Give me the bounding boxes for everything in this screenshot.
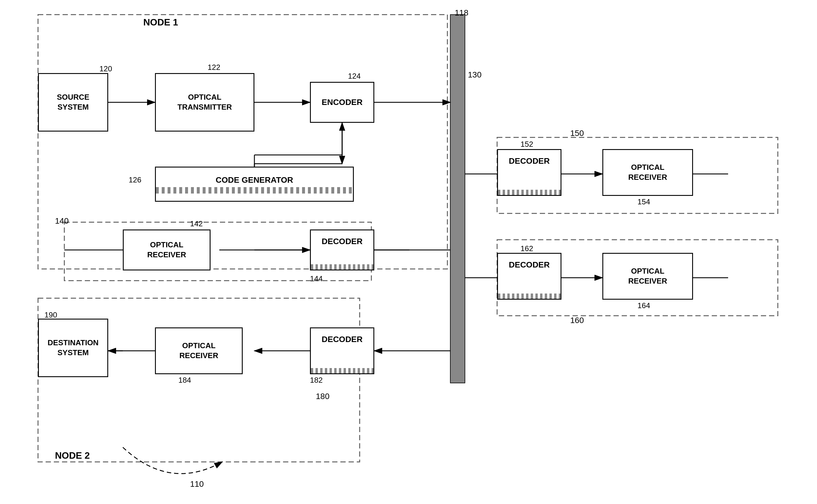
svg-rect-2 xyxy=(38,15,447,269)
decoder-hatch-3 xyxy=(498,190,561,195)
ref-152: 152 xyxy=(520,140,533,149)
code-generator-box: CODE GENERATOR xyxy=(155,167,354,202)
decoder-152-box: DECODER xyxy=(497,149,561,196)
ref-110: 110 xyxy=(190,479,204,489)
destination-system-box: DESTINATION SYSTEM xyxy=(38,319,108,377)
decoder-node2-box: DECODER xyxy=(310,327,374,374)
decoder-node1-box: DECODER xyxy=(310,229,374,270)
ref-180: 180 xyxy=(316,392,330,401)
ref-162: 162 xyxy=(520,244,533,253)
ref-118: 118 xyxy=(455,8,468,18)
ref-124: 124 xyxy=(348,72,361,81)
ref-142: 142 xyxy=(190,219,203,228)
ref-164: 164 xyxy=(637,301,650,310)
ref-190: 190 xyxy=(44,310,57,320)
ref-182: 182 xyxy=(310,376,323,385)
code-gen-hatch xyxy=(156,187,353,194)
ref-184: 184 xyxy=(178,376,191,385)
ref-144: 144 xyxy=(310,274,323,283)
optical-receiver-164-box: OPTICAL RECEIVER xyxy=(602,253,693,300)
optical-receiver-node1-box: OPTICAL RECEIVER xyxy=(123,229,211,270)
ref-150: 150 xyxy=(570,129,584,138)
diagram: SOURCE SYSTEM 120 OPTICAL TRANSMITTER 12… xyxy=(0,0,817,504)
ref-120: 120 xyxy=(99,64,112,73)
decoder-162-box: DECODER xyxy=(497,253,561,300)
ref-154: 154 xyxy=(637,197,650,206)
source-system-box: SOURCE SYSTEM xyxy=(38,73,108,132)
ref-140: 140 xyxy=(55,216,69,226)
node2-label: NODE 2 xyxy=(55,450,90,461)
optical-receiver-154-box: OPTICAL RECEIVER xyxy=(602,149,693,196)
ref-126: 126 xyxy=(129,175,141,184)
encoder-box: ENCODER xyxy=(310,82,374,123)
ref-122: 122 xyxy=(208,63,220,72)
svg-rect-7 xyxy=(450,15,465,383)
ref-130: 130 xyxy=(468,70,482,80)
ref-160: 160 xyxy=(570,316,584,325)
decoder-hatch-2 xyxy=(311,368,373,373)
node1-label: NODE 1 xyxy=(143,17,178,28)
decoder-hatch xyxy=(311,264,373,270)
decoder-hatch-4 xyxy=(498,294,561,299)
optical-receiver-node2-box: OPTICAL RECEIVER xyxy=(155,327,243,374)
optical-transmitter-box: OPTICAL TRANSMITTER xyxy=(155,73,254,132)
